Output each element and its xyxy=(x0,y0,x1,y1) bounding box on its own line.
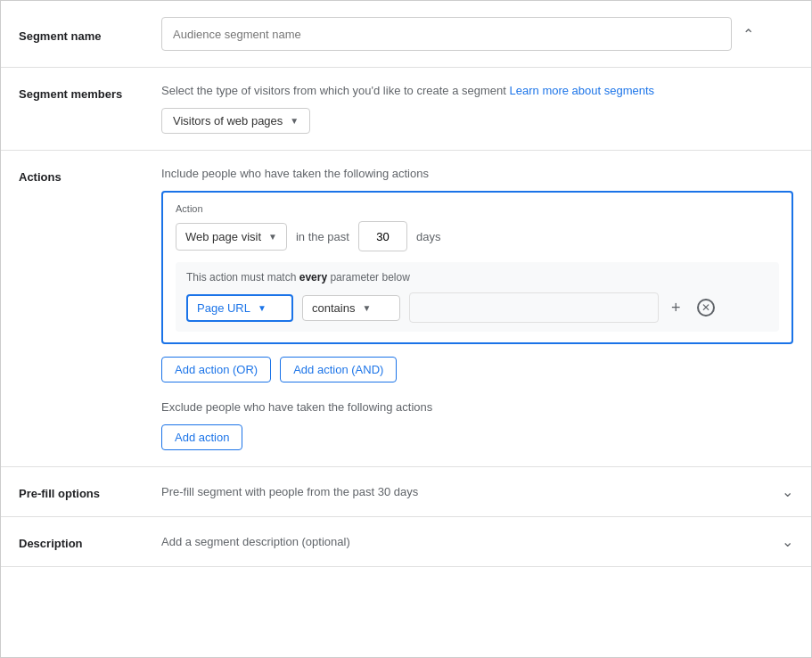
segment-name-input[interactable] xyxy=(161,17,732,51)
web-page-visit-dropdown-arrow: ▼ xyxy=(268,232,277,242)
description-row[interactable]: Description Add a segment description (o… xyxy=(1,517,811,567)
days-text: days xyxy=(416,230,440,243)
url-value-input[interactable] xyxy=(409,292,659,323)
action-row: Web page visit ▼ in the past 30 days xyxy=(176,221,779,251)
circle-x-icon: ✕ xyxy=(697,299,715,317)
web-page-visit-dropdown[interactable]: Web page visit ▼ xyxy=(176,223,287,251)
segment-members-content: Select the type of visitors from which y… xyxy=(161,84,793,134)
prefill-text: Pre-fill segment with people from the pa… xyxy=(161,485,418,498)
contains-dropdown[interactable]: contains ▼ xyxy=(302,295,400,321)
description-content: Add a segment description (optional) ⌄ xyxy=(161,533,793,550)
parameter-row: Page URL ▼ contains ▼ + ✕ xyxy=(186,292,768,323)
add-parameter-button[interactable]: + xyxy=(668,300,685,316)
add-action-and-button[interactable]: Add action (AND) xyxy=(280,357,397,382)
segment-name-content: ⌃ xyxy=(161,17,793,51)
action-card: Action Web page visit ▼ in the past 30 d… xyxy=(161,191,793,344)
prefill-content: Pre-fill segment with people from the pa… xyxy=(161,483,793,500)
prefill-row[interactable]: Pre-fill options Pre-fill segment with p… xyxy=(1,467,811,517)
in-the-past-text: in the past xyxy=(296,230,349,243)
action-buttons-row: Add action (OR) Add action (AND) xyxy=(161,357,793,382)
segment-members-row: Segment members Select the type of visit… xyxy=(1,68,811,151)
add-action-button[interactable]: Add action xyxy=(161,424,242,450)
parameter-section: This action must match every parameter b… xyxy=(176,262,779,332)
prefill-chevron-down-icon: ⌄ xyxy=(782,483,793,500)
add-action-or-button[interactable]: Add action (OR) xyxy=(161,357,271,382)
visitors-dropdown-arrow: ▼ xyxy=(290,116,299,126)
visitors-dropdown[interactable]: Visitors of web pages ▼ xyxy=(161,108,310,134)
members-description: Select the type of visitors from which y… xyxy=(161,84,793,97)
actions-label: Actions xyxy=(19,167,161,184)
actions-content: Include people who have taken the follow… xyxy=(161,167,793,450)
include-description: Include people who have taken the follow… xyxy=(161,167,793,180)
page-url-dropdown-arrow: ▼ xyxy=(258,303,267,313)
actions-row: Actions Include people who have taken th… xyxy=(1,151,811,467)
days-input[interactable]: 30 xyxy=(358,221,407,251)
segment-name-row: Segment name ⌃ xyxy=(1,1,811,68)
contains-dropdown-arrow: ▼ xyxy=(362,303,371,313)
segment-name-label: Segment name xyxy=(19,26,161,43)
action-card-label: Action xyxy=(176,203,779,214)
page-url-dropdown[interactable]: Page URL ▼ xyxy=(186,294,293,322)
description-label: Description xyxy=(19,533,161,550)
exclude-description: Exclude people who have taken the follow… xyxy=(161,400,793,414)
prefill-label: Pre-fill options xyxy=(19,483,161,500)
collapse-icon[interactable]: ⌃ xyxy=(742,26,754,43)
description-chevron-down-icon: ⌄ xyxy=(782,533,793,550)
segment-members-label: Segment members xyxy=(19,84,161,101)
page-container: Segment name ⌃ Segment members Select th… xyxy=(0,0,812,658)
learn-more-link[interactable]: Learn more about segments xyxy=(510,84,655,97)
parameter-label: This action must match every parameter b… xyxy=(186,271,768,284)
remove-parameter-button[interactable]: ✕ xyxy=(693,299,718,317)
description-text: Add a segment description (optional) xyxy=(161,535,350,548)
